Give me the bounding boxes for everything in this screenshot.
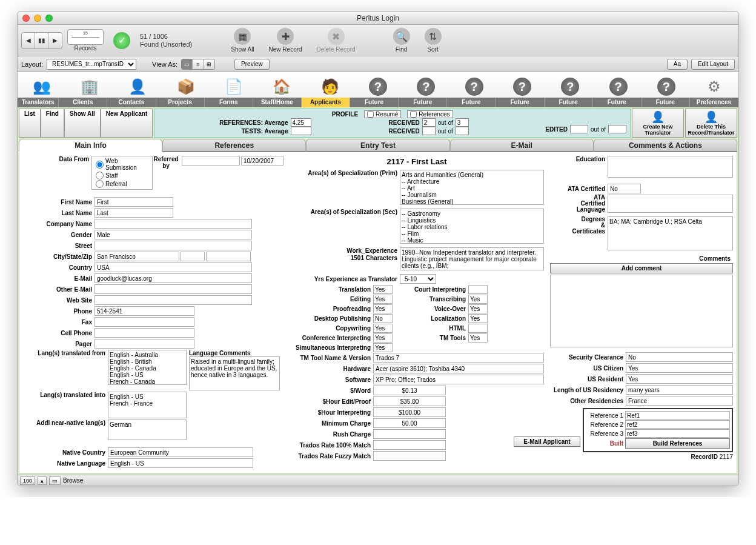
create-translator-button[interactable]: 👤 Create New Translator xyxy=(632,109,684,138)
company-field[interactable] xyxy=(94,219,252,229)
zip-field[interactable] xyxy=(206,252,251,261)
spec-primary-list[interactable]: Arts and Humanities (General) -- Archite… xyxy=(400,170,544,205)
maintab-main-info[interactable]: Main Info xyxy=(19,139,162,152)
other-email-field[interactable] xyxy=(94,284,252,294)
translation-field[interactable] xyxy=(373,285,393,294)
fax-field[interactable] xyxy=(94,317,194,327)
nav-future[interactable]: ? xyxy=(546,72,594,98)
prev-record-icon[interactable]: ◀ xyxy=(22,33,35,48)
nav-clients[interactable]: 🏢 xyxy=(65,72,113,98)
nav-future[interactable]: ? xyxy=(594,72,642,98)
tab-contacts[interactable]: Contacts xyxy=(107,98,156,107)
tests-avg-field[interactable] xyxy=(291,127,311,135)
view-table-icon[interactable]: ⊞ xyxy=(204,59,214,69)
maintab-entry-test[interactable]: Entry Test xyxy=(306,139,449,152)
view-form-icon[interactable]: ▭ xyxy=(182,59,193,69)
tab-preferences[interactable]: Preferences xyxy=(690,98,738,107)
status-icon-2[interactable]: ▭ xyxy=(49,476,61,485)
copywriting-field[interactable] xyxy=(373,324,393,333)
zoom-level[interactable]: 100 xyxy=(20,476,35,485)
edit-layout-button[interactable]: Edit Layout xyxy=(691,59,735,70)
next-record-icon[interactable]: ▶ xyxy=(48,33,62,48)
spec-secondary-list[interactable]: -- Gastronomy -- Linguistics -- Labor re… xyxy=(400,209,544,244)
pager-field[interactable] xyxy=(94,339,194,349)
sort-button[interactable]: ⇅ Sort xyxy=(420,28,446,53)
comments-list[interactable] xyxy=(550,275,733,347)
record-slider[interactable]: 15 xyxy=(67,29,104,45)
new-record-button[interactable]: ✚ New Record xyxy=(264,28,307,53)
min-charge-field[interactable] xyxy=(373,418,446,428)
tm-tool-name-field[interactable] xyxy=(373,353,544,363)
datafrom-web-submission[interactable]: Web Submission xyxy=(96,158,148,171)
refs-avg-field[interactable] xyxy=(291,118,311,127)
street-field[interactable] xyxy=(94,241,252,250)
referred-date-field[interactable] xyxy=(241,156,284,166)
lastname-field[interactable] xyxy=(94,208,173,218)
list-button[interactable]: List xyxy=(19,109,41,138)
preview-button[interactable]: Preview xyxy=(234,59,270,70)
yrs-experience-select[interactable]: 5-10 xyxy=(400,274,436,284)
length-residency-field[interactable] xyxy=(626,385,733,395)
rush-charge-field[interactable] xyxy=(373,429,446,439)
sim-interpreting-field[interactable] xyxy=(373,343,393,352)
maintab-comments-actions[interactable]: Comments & Actions xyxy=(594,139,737,152)
us-citizen-field[interactable] xyxy=(626,363,733,373)
reference1-field[interactable] xyxy=(625,411,730,420)
software-field[interactable] xyxy=(373,375,544,384)
show-all-button[interactable]: ▦ Show All xyxy=(226,28,259,53)
lang-to-list[interactable]: English - US French - France xyxy=(108,392,187,418)
nav-translators[interactable]: 👥 xyxy=(18,72,65,98)
datafrom-staff[interactable]: Staff xyxy=(96,172,148,179)
gender-field[interactable] xyxy=(94,230,252,239)
nav-future[interactable]: ? xyxy=(498,72,546,98)
addl-lang-field[interactable]: German xyxy=(108,420,187,440)
hardware-field[interactable] xyxy=(373,364,544,373)
state-field[interactable] xyxy=(181,252,205,261)
ata-certified-field[interactable] xyxy=(608,184,641,193)
maintab-e-mail[interactable]: E-Mail xyxy=(450,139,594,152)
edited-field[interactable] xyxy=(570,125,588,133)
datafrom-referral[interactable]: Referral xyxy=(96,180,148,188)
tab-future[interactable]: Future xyxy=(350,98,399,107)
tab-future[interactable]: Future xyxy=(399,98,447,107)
nav-projects[interactable]: 📦 xyxy=(162,72,210,98)
received2-field[interactable] xyxy=(422,127,436,135)
court-interpreting-field[interactable] xyxy=(468,285,488,294)
html-field[interactable] xyxy=(468,324,488,333)
editing-field[interactable] xyxy=(373,295,393,304)
find-button[interactable]: 🔍 Find xyxy=(388,28,415,53)
nav-preferences[interactable]: ⚙ xyxy=(691,72,738,98)
tab-clients[interactable]: Clients xyxy=(59,98,107,107)
city-field[interactable] xyxy=(94,252,179,261)
tab-translators[interactable]: Translators xyxy=(18,98,59,107)
proofreading-field[interactable] xyxy=(373,304,393,313)
cellphone-field[interactable] xyxy=(94,328,194,338)
build-references-button[interactable]: Build References xyxy=(625,438,730,449)
view-list-icon[interactable]: ≡ xyxy=(193,59,204,69)
voiceover-field[interactable] xyxy=(468,304,488,313)
reference2-field[interactable] xyxy=(625,420,730,429)
referred-by-field[interactable] xyxy=(182,156,240,166)
references-checkbox[interactable]: References xyxy=(407,110,453,118)
tab-future[interactable]: Future xyxy=(593,98,642,107)
conf-interpreting-field[interactable] xyxy=(373,333,393,343)
email-applicant-button[interactable]: E-Mail Applicant xyxy=(514,436,580,447)
dtp-field[interactable] xyxy=(373,314,393,323)
maintab-references[interactable]: References xyxy=(162,139,306,152)
tab-future[interactable]: Future xyxy=(642,98,690,107)
zoom-window[interactable] xyxy=(45,15,53,22)
format-button[interactable]: Aa xyxy=(667,59,688,70)
rate-edit-field[interactable] xyxy=(373,396,446,406)
ata-language-field[interactable] xyxy=(608,195,733,213)
minimize-window[interactable] xyxy=(34,15,41,22)
education-field[interactable] xyxy=(608,156,733,178)
tmtools-field[interactable] xyxy=(468,333,488,343)
website-field[interactable] xyxy=(94,295,252,305)
record-book-icon[interactable]: ▮▮ xyxy=(35,33,48,48)
received1-field[interactable] xyxy=(422,118,436,127)
nav-future[interactable]: ? xyxy=(642,72,690,98)
tab-future[interactable]: Future xyxy=(545,98,593,107)
tab-forms[interactable]: Forms xyxy=(205,98,253,107)
trados-fuzzy-field[interactable] xyxy=(373,451,446,461)
datafrom-radios[interactable]: Web SubmissionStaffReferral xyxy=(91,156,153,190)
